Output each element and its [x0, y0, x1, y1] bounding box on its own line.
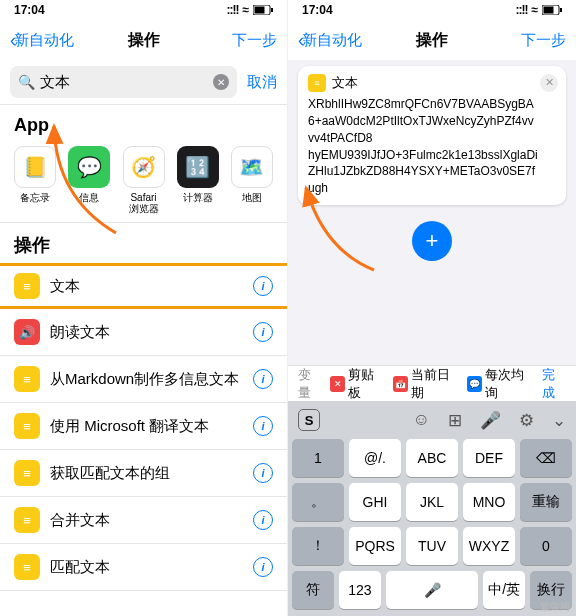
- key[interactable]: ⌫: [520, 439, 572, 477]
- action-item[interactable]: 🔊朗读文本i: [0, 309, 287, 356]
- action-item[interactable]: ≡文本i: [0, 263, 287, 309]
- app-item[interactable]: 🔢计算器: [177, 146, 219, 214]
- info-icon[interactable]: i: [253, 369, 273, 389]
- clipboard-icon: ✕: [330, 376, 345, 392]
- action-label: 朗读文本: [50, 323, 243, 342]
- nav-bar: ‹新自动化 操作 下一步: [288, 20, 576, 60]
- app-label: 计算器: [183, 192, 213, 203]
- key[interactable]: 重输: [520, 483, 572, 521]
- app-icon: 🧭: [123, 146, 165, 188]
- key[interactable]: JKL: [406, 483, 458, 521]
- key[interactable]: 🎤: [386, 571, 478, 609]
- app-icon: 💬: [68, 146, 110, 188]
- app-item[interactable]: 🧭Safari浏览器: [122, 146, 164, 214]
- right-screen: 17:04 ::!! ≈ ‹新自动化 操作 下一步 ≡ 文本 XRbhlIHw9…: [288, 0, 576, 616]
- action-item[interactable]: ≡使用 Microsoft 翻译文本i: [0, 403, 287, 450]
- key[interactable]: @/.: [349, 439, 401, 477]
- key[interactable]: GHI: [349, 483, 401, 521]
- key[interactable]: ！: [292, 527, 344, 565]
- key[interactable]: 中/英: [483, 571, 525, 609]
- info-icon[interactable]: i: [253, 276, 273, 296]
- status-icons: ::!! ≈: [515, 3, 562, 17]
- action-icon: ≡: [14, 366, 40, 392]
- back-button[interactable]: ‹新自动化: [298, 30, 362, 51]
- key[interactable]: 符: [292, 571, 334, 609]
- settings-icon[interactable]: ⚙: [519, 410, 534, 431]
- menu-icon[interactable]: ⊞: [448, 410, 462, 431]
- key[interactable]: ABC: [406, 439, 458, 477]
- actions-header: 操作: [0, 223, 287, 263]
- action-label: 文本: [50, 277, 243, 296]
- done-button[interactable]: 完成: [542, 366, 566, 402]
- watermark: 繁荣网: [540, 600, 570, 614]
- text-action-card[interactable]: ≡ 文本 XRbhlIHw9ZC8mrQFCn6V7BVAABSygBA6+aa…: [298, 66, 566, 205]
- app-item[interactable]: 📒备忘录: [14, 146, 56, 214]
- key[interactable]: 1: [292, 439, 344, 477]
- key[interactable]: 0: [520, 527, 572, 565]
- action-icon: ≡: [14, 460, 40, 486]
- svg-rect-4: [544, 7, 554, 14]
- battery-icon: [253, 5, 273, 15]
- left-screen: 17:04 ::!! ≈ ‹新自动化 操作 下一步 🔍 文本 ✕ 取消 App …: [0, 0, 288, 616]
- key[interactable]: 123: [339, 571, 381, 609]
- info-icon[interactable]: i: [253, 416, 273, 436]
- date-var[interactable]: 📅当前日期: [393, 366, 459, 402]
- key[interactable]: WXYZ: [463, 527, 515, 565]
- search-row: 🔍 文本 ✕ 取消: [0, 60, 287, 105]
- nav-bar: ‹新自动化 操作 下一步: [0, 20, 287, 60]
- action-item[interactable]: ≡从Markdown制作多信息文本i: [0, 356, 287, 403]
- variable-label: 变量: [298, 366, 322, 402]
- action-item[interactable]: ≡匹配文本i: [0, 544, 287, 591]
- clear-icon[interactable]: ✕: [213, 74, 229, 90]
- search-icon: 🔍: [18, 74, 35, 90]
- sogou-icon[interactable]: S: [298, 409, 320, 431]
- close-icon[interactable]: ✕: [540, 74, 558, 92]
- status-bar: 17:04 ::!! ≈: [0, 0, 287, 20]
- action-label: 从Markdown制作多信息文本: [50, 370, 243, 389]
- app-item[interactable]: 🗺️地图: [231, 146, 273, 214]
- action-icon: 🔊: [14, 319, 40, 345]
- calendar-icon: 📅: [393, 376, 408, 392]
- key[interactable]: TUV: [406, 527, 458, 565]
- svg-rect-1: [255, 7, 265, 14]
- cancel-button[interactable]: 取消: [247, 73, 277, 92]
- action-icon: ≡: [14, 507, 40, 533]
- key[interactable]: PQRS: [349, 527, 401, 565]
- key[interactable]: 。: [292, 483, 344, 521]
- add-action-button[interactable]: +: [412, 221, 452, 261]
- status-time: 17:04: [302, 3, 333, 17]
- info-icon[interactable]: i: [253, 510, 273, 530]
- back-button[interactable]: ‹新自动化: [10, 30, 74, 51]
- app-icon: 📒: [14, 146, 56, 188]
- key[interactable]: DEF: [463, 439, 515, 477]
- key[interactable]: MNO: [463, 483, 515, 521]
- info-icon[interactable]: i: [253, 322, 273, 342]
- search-input[interactable]: 🔍 文本 ✕: [10, 66, 237, 98]
- action-icon: ≡: [14, 413, 40, 439]
- apps-row: 📒备忘录💬信息🧭Safari浏览器🔢计算器🗺️地图: [0, 142, 287, 223]
- app-icon: 🗺️: [231, 146, 273, 188]
- info-icon[interactable]: i: [253, 463, 273, 483]
- status-time: 17:04: [14, 3, 45, 17]
- emoji-icon[interactable]: ☺: [413, 410, 430, 431]
- card-body[interactable]: XRbhlIHw9ZC8mrQFCn6V7BVAABSygBA6+aaW0dcM…: [308, 96, 538, 197]
- next-button[interactable]: 下一步: [521, 31, 566, 50]
- ask-var[interactable]: 💬每次均询: [467, 366, 533, 402]
- nav-title: 操作: [416, 30, 448, 51]
- action-item[interactable]: ≡获取匹配文本的组i: [0, 450, 287, 497]
- info-icon[interactable]: i: [253, 557, 273, 577]
- action-label: 匹配文本: [50, 558, 243, 577]
- actions-list: ≡文本i🔊朗读文本i≡从Markdown制作多信息文本i≡使用 Microsof…: [0, 263, 287, 591]
- apps-header: App: [0, 105, 287, 142]
- app-label: 信息: [79, 192, 99, 203]
- status-icons: ::!! ≈: [226, 3, 273, 17]
- clipboard-var[interactable]: ✕剪贴板: [330, 366, 384, 402]
- collapse-icon[interactable]: ⌄: [552, 410, 566, 431]
- app-item[interactable]: 💬信息: [68, 146, 110, 214]
- keyboard-toolbar: ☺ ⊞ 🎤 ⚙ ⌄: [413, 410, 566, 431]
- card-title: 文本: [332, 74, 358, 92]
- svg-rect-2: [271, 8, 273, 12]
- next-button[interactable]: 下一步: [232, 31, 277, 50]
- mic-icon[interactable]: 🎤: [480, 410, 501, 431]
- action-item[interactable]: ≡合并文本i: [0, 497, 287, 544]
